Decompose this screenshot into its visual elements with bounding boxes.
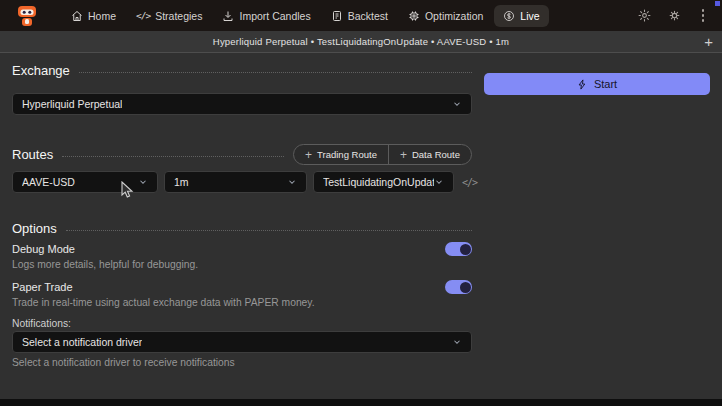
paper-trade-description: Trade in real-time using actual exchange…: [12, 297, 315, 308]
dotted-divider: [79, 72, 472, 73]
paper-trade-label: Paper Trade: [12, 281, 73, 293]
notification-driver-select[interactable]: Select a notification driver: [12, 331, 472, 353]
bottom-edge-bar: [0, 399, 722, 406]
routes-section-header: Routes + Trading Route + Data Route: [12, 144, 472, 165]
start-button-label: Start: [594, 78, 617, 90]
chevron-down-icon: [452, 99, 462, 109]
exchange-section-header: Exchange: [12, 63, 472, 78]
plus-icon: +: [400, 148, 407, 162]
nav-label-home: Home: [88, 10, 116, 22]
route-symbol-value: AAVE-USD: [22, 176, 75, 188]
nav-label-backtest: Backtest: [348, 10, 388, 22]
route-strategy-value: TestLiquidatingOnUpdate: [323, 176, 434, 188]
main-content: Exchange Hyperliquid Perpetual Routes + …: [0, 54, 722, 399]
view-strategy-code-button[interactable]: </>: [460, 177, 477, 188]
notifications-help-text: Select a notification driver to receive …: [12, 357, 235, 368]
nav-item-optimization[interactable]: Optimization: [399, 5, 492, 27]
exchange-selected-value: Hyperliquid Perpetual: [22, 98, 122, 110]
app-logo[interactable]: [12, 3, 42, 29]
toggle-knob: [460, 244, 471, 255]
debug-mode-row: Debug Mode: [12, 242, 472, 256]
chevron-down-icon: [138, 177, 148, 187]
download-icon: [222, 10, 234, 22]
report-icon: [331, 10, 343, 22]
theme-toggle-button[interactable]: [638, 9, 651, 22]
nav-label-import-candles: Import Candles: [239, 10, 310, 22]
chip-icon: [408, 10, 420, 22]
route-row: AAVE-USD 1m TestLiquidatingOnUpdate </>: [12, 171, 484, 193]
exchange-select[interactable]: Hyperliquid Perpetual: [12, 93, 472, 115]
trading-route-label: Trading Route: [317, 149, 377, 160]
sun-icon: [638, 9, 651, 22]
debug-mode-label: Debug Mode: [12, 243, 75, 255]
gear-icon: [668, 9, 681, 22]
code-icon: </>: [136, 10, 150, 21]
nav-item-backtest[interactable]: Backtest: [322, 5, 397, 27]
dotted-divider: [66, 230, 472, 231]
chevron-down-icon: [452, 337, 462, 347]
robot-logo-icon: [15, 4, 39, 28]
nav-label-optimization: Optimization: [425, 10, 483, 22]
options-heading: Options: [12, 221, 57, 236]
add-session-button[interactable]: +: [704, 32, 713, 52]
dotted-divider: [62, 156, 284, 157]
nav-label-live: Live: [520, 10, 539, 22]
chevron-down-icon: [434, 177, 444, 187]
home-icon: [71, 10, 83, 22]
options-section-header: Options: [12, 221, 472, 236]
top-navbar: Home </> Strategies Import Candles Backt…: [0, 0, 722, 31]
notifications-label: Notifications:: [12, 318, 71, 329]
form-column: Exchange Hyperliquid Perpetual Routes + …: [12, 54, 472, 399]
route-strategy-select[interactable]: TestLiquidatingOnUpdate: [313, 171, 454, 193]
debug-mode-toggle[interactable]: [445, 242, 472, 256]
route-timeframe-select[interactable]: 1m: [164, 171, 307, 193]
exchange-heading: Exchange: [12, 63, 70, 78]
data-route-label: Data Route: [412, 149, 460, 160]
settings-button[interactable]: [668, 9, 681, 22]
chevron-down-icon: [287, 177, 297, 187]
route-buttons-group: + Trading Route + Data Route: [293, 144, 472, 165]
route-symbol-select[interactable]: AAVE-USD: [12, 171, 158, 193]
paper-trade-toggle[interactable]: [445, 280, 472, 294]
add-data-route-button[interactable]: + Data Route: [388, 145, 471, 164]
nav-item-live[interactable]: Live: [494, 5, 548, 27]
nav-item-home[interactable]: Home: [62, 5, 125, 27]
lightning-bolt-icon: [577, 79, 588, 90]
paper-trade-row: Paper Trade: [12, 280, 472, 294]
plus-icon: +: [305, 148, 312, 162]
nav-item-strategies[interactable]: </> Strategies: [127, 5, 211, 27]
dollar-circle-icon: [503, 10, 515, 22]
route-timeframe-value: 1m: [174, 176, 189, 188]
toggle-knob: [460, 282, 471, 293]
debug-mode-description: Logs more details, helpful for debugging…: [12, 259, 198, 270]
corner-indicator-dot: [715, 1, 720, 6]
routes-heading: Routes: [12, 147, 53, 162]
session-tabbar: Hyperliquid Perpetual • TestLiquidatingO…: [0, 31, 722, 53]
session-tab[interactable]: Hyperliquid Perpetual • TestLiquidatingO…: [213, 36, 509, 47]
add-trading-route-button[interactable]: + Trading Route: [294, 145, 388, 164]
nav-right-actions: [638, 7, 711, 24]
more-menu-button[interactable]: [698, 7, 709, 24]
notification-driver-value: Select a notification driver: [22, 336, 142, 348]
nav-label-strategies: Strategies: [155, 10, 202, 22]
start-button[interactable]: Start: [484, 73, 710, 95]
nav-item-import-candles[interactable]: Import Candles: [213, 5, 319, 27]
